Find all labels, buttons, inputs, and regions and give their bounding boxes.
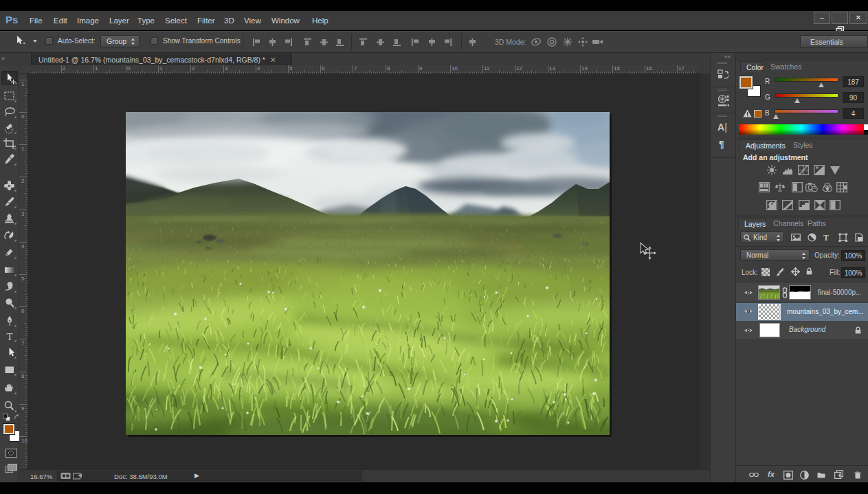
- svg-text:T: T: [6, 331, 12, 342]
